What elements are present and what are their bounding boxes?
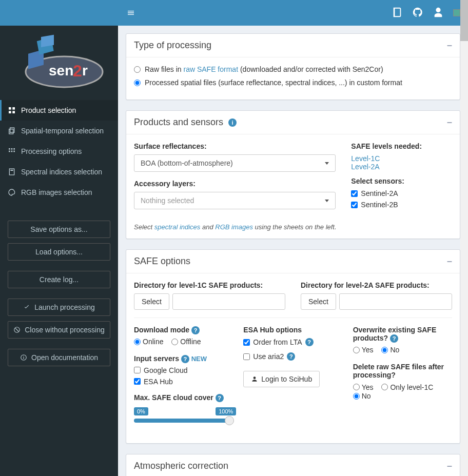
checkbox-sentinel-2b[interactable]	[351, 202, 358, 208]
ban-icon	[13, 326, 21, 333]
panel-atmospheric-correction: Atmospheric correction – Method to obtai…	[126, 454, 460, 477]
book-icon[interactable]	[392, 7, 403, 19]
select-sensors-label: Select sensors:	[351, 177, 452, 185]
svg-rect-19	[9, 169, 14, 175]
collapse-button[interactable]: –	[447, 117, 452, 128]
delete-only-1c[interactable]: Only level-1C	[381, 383, 433, 391]
apps-icon	[8, 147, 16, 155]
sidebar-item-label: RGB images selection	[21, 188, 92, 196]
download-mode-offline[interactable]: Offline	[171, 338, 201, 346]
delete-no[interactable]: No	[353, 392, 371, 400]
new-badge: NEW	[191, 355, 207, 363]
svg-rect-10	[12, 111, 15, 113]
svg-rect-20	[10, 170, 13, 171]
input-servers-label: Input servers	[134, 354, 179, 363]
close-without-processing-button[interactable]: Close without processing	[8, 321, 110, 339]
safe-levels-label: SAFE levels needed:	[351, 142, 452, 150]
dir-1c-label: Directory for level-1C SAFE products:	[134, 281, 285, 289]
info-icon[interactable]: ?	[191, 326, 200, 334]
delete-yes[interactable]: Yes	[353, 383, 374, 391]
processing-option-processed[interactable]: Processed spatial files (surface reflect…	[134, 78, 452, 87]
collapse-button[interactable]: –	[447, 461, 452, 471]
overwrite-yes[interactable]: Yes	[353, 346, 374, 354]
level-2a-link[interactable]: Level-2A	[351, 163, 379, 171]
main-content: Type of processing – Raw files in raw SA…	[118, 26, 468, 476]
slider-min-badge: 0%	[134, 407, 148, 415]
cloud-cover-label: Max. SAFE cloud cover	[134, 393, 213, 402]
sidebar-item-product-selection[interactable]: Product selection	[0, 100, 118, 121]
accessory-layers-label: Accessory layers:	[134, 180, 336, 188]
sidebar-item-label: Spatial-temporal selection	[21, 127, 104, 135]
info-icon[interactable]: i	[228, 118, 237, 127]
user-icon[interactable]	[433, 7, 444, 19]
github-icon[interactable]	[412, 7, 423, 19]
download-mode-online[interactable]: Online	[134, 338, 163, 346]
use-aria2[interactable]: Use aria2 ?	[243, 352, 342, 361]
spectral-indices-link[interactable]: spectral indices	[154, 223, 201, 231]
panel-title: SAFE options	[134, 256, 190, 267]
server-esa-hub[interactable]: ESA Hub	[134, 378, 233, 386]
info-icon[interactable]: ?	[390, 334, 398, 343]
topbar	[0, 0, 468, 26]
svg-rect-14	[11, 148, 13, 150]
panel-title: Type of processing	[134, 40, 211, 51]
save-options-button[interactable]: Save options as...	[8, 221, 110, 238]
svg-rect-18	[13, 151, 15, 152]
surface-reflectances-label: Surface reflectances:	[134, 142, 336, 150]
order-from-lta[interactable]: Order from LTA ?	[243, 338, 342, 346]
slider-max-badge: 100%	[216, 407, 236, 415]
login-scihub-button[interactable]: Login to SciHub	[243, 371, 320, 387]
collapse-button[interactable]: –	[447, 256, 452, 267]
sidebar-item-label: Spectral indices selection	[21, 168, 102, 176]
svg-rect-13	[9, 148, 10, 150]
overwrite-no[interactable]: No	[381, 346, 399, 354]
server-google-cloud[interactable]: Google Cloud	[134, 366, 233, 374]
info-icon[interactable]: ?	[287, 352, 295, 361]
dir-2a-input[interactable]	[339, 293, 452, 310]
surface-reflectances-select[interactable]: BOA (bottom-of-atmosphere)	[134, 154, 336, 172]
download-mode-label: Download mode	[134, 326, 189, 334]
panel-products-sensors: Products and sensors i – Surface reflect…	[126, 110, 460, 239]
level-1c-link[interactable]: Level-1C	[351, 154, 380, 163]
svg-rect-17	[11, 151, 13, 152]
raw-safe-format-link[interactable]: raw SAFE format	[183, 65, 238, 73]
radio-raw[interactable]	[134, 66, 141, 73]
open-documentation-button[interactable]: Open documentation	[8, 349, 110, 366]
sensor-sentinel-2a[interactable]: Sentinel-2A	[351, 189, 452, 197]
chevron-down-icon	[325, 162, 329, 165]
sidebar-item-spatial-temporal[interactable]: Spatial-temporal selection	[0, 121, 118, 141]
checkbox-sentinel-2a[interactable]	[351, 190, 358, 197]
slider-thumb[interactable]	[225, 416, 234, 425]
palette-icon	[8, 188, 16, 196]
info-icon[interactable]: ?	[181, 355, 189, 363]
sidebar-item-spectral-indices[interactable]: Spectral indices selection	[0, 162, 118, 182]
scrollbar-thumb[interactable]	[460, 0, 468, 41]
svg-rect-15	[13, 148, 15, 150]
copy-icon	[8, 127, 16, 135]
accessory-layers-select[interactable]: Nothing selected	[134, 192, 336, 209]
scrollbar[interactable]	[460, 0, 468, 476]
products-hint: Select spectral indices and RGB images u…	[134, 223, 452, 231]
sidebar-item-processing-options[interactable]: Processing options	[0, 141, 118, 162]
svg-point-26	[254, 376, 256, 379]
menu-toggle-button[interactable]	[118, 0, 144, 26]
collapse-button[interactable]: –	[447, 40, 452, 51]
info-icon[interactable]: ?	[216, 394, 224, 402]
radio-processed[interactable]	[134, 80, 141, 86]
select-dir-1c-button[interactable]: Select	[134, 293, 169, 310]
flag-image	[453, 9, 460, 16]
dir-1c-input[interactable]	[172, 293, 285, 310]
launch-processing-button[interactable]: Launch processing	[8, 299, 110, 316]
load-options-button[interactable]: Load options...	[8, 243, 110, 261]
sensor-sentinel-2b[interactable]: Sentinel-2B	[351, 201, 452, 209]
cloud-cover-slider[interactable]: 0% 100%	[134, 407, 233, 428]
select-dir-2a-button[interactable]: Select	[301, 293, 336, 310]
calculator-icon	[8, 168, 16, 176]
svg-rect-25	[23, 356, 24, 356]
sidebar-item-rgb-images[interactable]: RGB images selection	[0, 182, 118, 203]
create-log-button[interactable]: Create log...	[8, 271, 110, 288]
processing-option-raw[interactable]: Raw files in raw SAFE format (downloaded…	[134, 65, 452, 73]
info-icon[interactable]: ?	[305, 338, 314, 346]
esa-hub-options-label: ESA Hub options	[243, 326, 342, 334]
rgb-images-link[interactable]: RGB images	[215, 223, 253, 231]
